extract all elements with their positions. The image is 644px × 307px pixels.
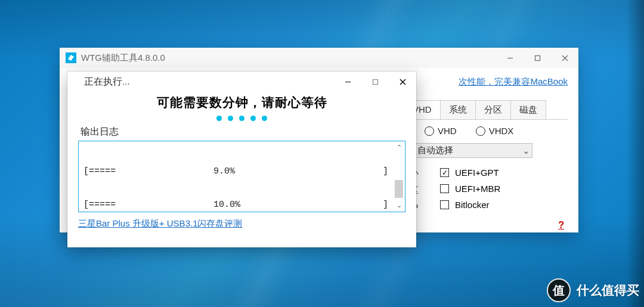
app-icon [72,76,79,87]
tab-system[interactable]: 系统 [441,100,476,119]
watermark-badge-icon: 值 [547,278,571,302]
tabs-row: VHD 系统 分区 磁盘 [404,100,568,119]
log-content[interactable]: [=====9.0%] [=====10.0%] [=====11.0%] [=… [79,141,393,212]
check-uefi-mbr[interactable]: UEFI+MBR [440,184,500,194]
radio-icon [476,126,485,136]
progress-dots [78,116,405,121]
svg-rect-1 [535,55,540,60]
tab-disk[interactable]: 磁盘 [511,100,546,119]
minimize-button[interactable] [334,72,361,92]
log-label: 输出日志 [80,126,405,138]
dot-icon [239,116,244,121]
dialog-titlebar[interactable]: 正在执行... [67,72,416,92]
radio-vhdx[interactable]: VHDX [476,126,514,136]
watermark: 值 什么值得买 [547,278,639,302]
checkbox-icon: ✓ [440,168,449,177]
macbook-link[interactable]: 次性能，完美兼容MacBook [459,76,568,88]
samsung-review-link[interactable]: 三星Bar Plus 升级版+ USB3.1闪存盘评测 [78,218,405,230]
svg-rect-5 [373,79,377,84]
scrollbar[interactable]: ⌃ ⌄ [393,141,405,212]
progress-dialog: 正在执行... 可能需要数分钟，请耐心等待 输出日志 [=====9.0%] [… [67,72,416,247]
dialog-controls [334,72,416,92]
scroll-thumb[interactable] [395,180,403,198]
dialog-title: 正在执行... [84,76,130,88]
dot-icon [262,116,267,121]
radio-vhd[interactable]: VHD [425,126,457,136]
tab-partition[interactable]: 分区 [476,100,511,119]
window-controls [496,48,578,68]
dot-icon [228,116,233,121]
main-titlebar[interactable]: WTG辅助工具4.8.0.0 [60,48,578,68]
dot-icon [250,116,256,121]
chevron-down-icon: ⌄ [520,146,532,156]
option-checks: ✓ UEFI+GPT UEFI+MBR Bitlocker [440,168,500,212]
window-title: WTG辅助工具4.8.0.0 [81,52,165,64]
scroll-up-icon[interactable]: ⌃ [397,144,402,151]
radio-icon [425,126,434,136]
close-button[interactable] [389,72,416,92]
check-uefi-gpt[interactable]: ✓ UEFI+GPT [440,168,500,178]
bg-accent [626,0,644,307]
progress-headline: 可能需要数分钟，请耐心等待 [78,94,405,111]
dot-icon [216,116,222,121]
log-box: [=====9.0%] [=====10.0%] [=====11.0%] [=… [78,141,405,212]
watermark-text: 什么值得买 [577,282,639,299]
dialog-body: 可能需要数分钟，请耐心等待 输出日志 [=====9.0%] [=====10.… [67,92,416,233]
app-icon [66,52,76,63]
auto-select-dropdown[interactable]: ：自动选择 ⌄ [404,143,532,158]
close-button[interactable] [551,48,578,68]
checkbox-icon [440,200,449,209]
checkbox-icon [440,184,449,193]
maximize-button[interactable] [361,72,389,92]
help-link[interactable]: ? [558,220,564,231]
scroll-down-icon[interactable]: ⌄ [397,201,402,209]
minimize-button[interactable] [496,48,524,68]
maximize-button[interactable] [524,48,551,68]
check-bitlocker[interactable]: Bitlocker [440,200,500,210]
